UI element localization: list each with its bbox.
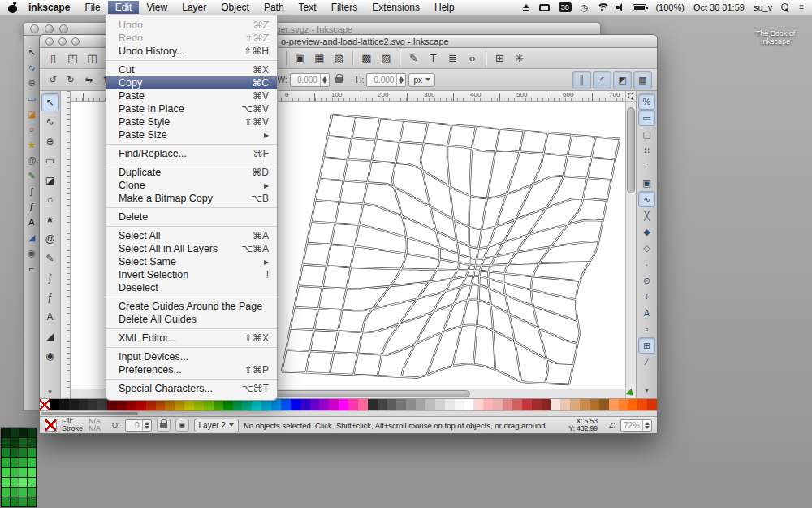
tool-star-button[interactable]: ★ [41, 211, 59, 228]
palette-swatch[interactable] [445, 399, 455, 410]
group-button[interactable]: ▩ [357, 49, 376, 67]
palette-swatch[interactable] [580, 399, 590, 410]
palette-cell[interactable] [11, 497, 19, 506]
menu-item-paste[interactable]: Paste⌘V [106, 89, 277, 102]
zoom-stepper[interactable] [642, 420, 651, 431]
palette-swatch[interactable] [50, 399, 59, 410]
vertical-scrollbar-track[interactable] [626, 102, 636, 389]
tool-dropper-button[interactable]: ◉ [41, 347, 59, 365]
menu-item-select-same[interactable]: Select Same▸ [106, 255, 277, 268]
document-open-button[interactable]: ◰ [63, 49, 82, 67]
palette-swatch[interactable] [609, 399, 619, 410]
palette-swatch[interactable] [319, 399, 329, 410]
palette-swatch[interactable] [570, 399, 580, 410]
opacity-input[interactable]: 0 [125, 419, 152, 432]
tool-selector-button[interactable]: ↖ [41, 93, 59, 111]
tool-rectangle-button[interactable]: ▭ [41, 152, 59, 170]
palette-swatch[interactable] [204, 399, 214, 410]
vertical-scrollbar-thumb[interactable] [627, 107, 635, 193]
preferences-button[interactable]: ✳ [510, 49, 529, 67]
snap-page-border-toggle[interactable]: ▫ [638, 321, 655, 337]
palette-swatch[interactable] [184, 399, 194, 410]
palette-cell[interactable] [11, 478, 19, 487]
palette-cell[interactable] [19, 478, 28, 487]
palette-cell[interactable] [28, 428, 36, 437]
back-tool-selector-icon[interactable]: ↖ [28, 47, 35, 57]
wifi-icon[interactable] [597, 3, 607, 11]
palette-swatch[interactable] [281, 399, 291, 410]
menu-item-preferences[interactable]: Preferences...⇧⌘P [106, 363, 277, 376]
back-tool-node-editor-icon[interactable]: ∿ [28, 63, 35, 72]
tool-pencil-button[interactable]: ✎ [41, 250, 59, 267]
layer-visibility-toggle[interactable]: ◉ [175, 419, 189, 432]
apple-menu-icon[interactable] [8, 2, 18, 13]
palette-cell[interactable] [2, 428, 10, 437]
palette-swatch[interactable] [396, 399, 406, 410]
mini-palette-window[interactable] [0, 427, 37, 508]
menu-item-copy[interactable]: Copy⌘C [106, 76, 277, 89]
palette-swatch[interactable] [493, 399, 503, 410]
palette-swatch[interactable] [97, 399, 107, 410]
fill-stroke-swatch[interactable] [45, 419, 57, 432]
palette-swatch[interactable] [464, 399, 474, 410]
back-tool-3dbox-icon[interactable]: ◪ [28, 109, 36, 119]
palette-swatch[interactable] [378, 399, 387, 410]
tool-3dbox-button[interactable]: ◪ [41, 172, 59, 189]
sticky-zoom-toggle[interactable] [626, 91, 636, 102]
back-tool-star-icon[interactable]: ★ [28, 140, 36, 150]
palette-swatch[interactable] [300, 399, 310, 410]
palette-swatch[interactable] [416, 399, 425, 410]
menu-item-paste-style[interactable]: Paste Style⇧⌘V [106, 115, 277, 128]
transform-pattern-toggle[interactable]: ▦ [633, 71, 652, 89]
palette-swatch[interactable] [483, 399, 493, 410]
zoom-button[interactable] [59, 24, 68, 33]
back-tool-ellipse-icon[interactable]: ○ [29, 124, 35, 134]
tool-gradient-button[interactable]: ◢ [41, 328, 59, 345]
clock-icon[interactable]: ◷ [581, 3, 589, 12]
tool-calligraphy-button[interactable]: ƒ [41, 289, 59, 306]
palette-swatch[interactable] [175, 399, 184, 410]
snap-cusp-nodes-toggle[interactable]: ◆ [638, 224, 655, 240]
menubar-clock[interactable]: Oct 30 01:59 [693, 2, 745, 12]
menu-view[interactable]: View [139, 1, 175, 14]
vertical-ruler[interactable] [61, 91, 71, 398]
snap-path-intersections-toggle[interactable]: ╳ [638, 207, 655, 224]
snap-bounding-box-toggle[interactable]: ▭ [638, 110, 655, 126]
height-input[interactable]: 0.000 [366, 73, 406, 87]
layer-select[interactable]: Layer 2 [194, 419, 239, 432]
palette-swatch[interactable] [512, 399, 522, 410]
menu-item-input-devices[interactable]: Input Devices... [106, 350, 277, 363]
menu-item-delete-all-guides[interactable]: Delete All Guides [106, 313, 277, 326]
units-select[interactable]: px [408, 73, 435, 87]
palette-swatch[interactable] [348, 399, 358, 410]
palette-swatch[interactable] [628, 399, 637, 410]
palette-swatch[interactable] [214, 399, 223, 410]
palette-swatch[interactable] [261, 399, 271, 410]
palette-cell[interactable] [28, 438, 36, 447]
width-stepper[interactable] [320, 74, 329, 86]
palette-swatch[interactable] [473, 399, 483, 410]
tool-node-editor-button[interactable]: ∿ [41, 113, 59, 131]
palette-swatch[interactable] [406, 399, 416, 410]
close-button[interactable] [45, 37, 54, 46]
opacity-stepper[interactable] [142, 420, 151, 431]
palette-cell[interactable] [19, 468, 28, 477]
duplicate-button[interactable]: ▣ [291, 49, 309, 67]
layers-dialog-button[interactable]: ≣ [443, 49, 462, 67]
palette-cell[interactable] [28, 497, 36, 506]
palette-cell[interactable] [19, 448, 28, 457]
palette-cell[interactable] [11, 448, 19, 457]
back-tool-calligraphy-icon[interactable]: ƒ [29, 202, 34, 211]
palette-cell[interactable] [19, 438, 28, 447]
tool-text-button[interactable]: A [41, 308, 59, 326]
back-tool-dropper-icon[interactable]: ◉ [28, 248, 36, 258]
snap-enable-toggle[interactable]: % [638, 93, 655, 110]
back-tool-gradient-icon[interactable]: ◢ [28, 232, 35, 242]
palette-cell[interactable] [11, 488, 19, 497]
menu-file[interactable]: File [77, 1, 107, 14]
palette-swatch[interactable] [599, 399, 609, 410]
back-tool-text-icon[interactable]: A [28, 217, 34, 227]
palette-swatch[interactable] [551, 399, 560, 410]
palette-cell[interactable] [19, 428, 28, 437]
transform-stroke-toggle[interactable]: ║ [572, 71, 591, 89]
